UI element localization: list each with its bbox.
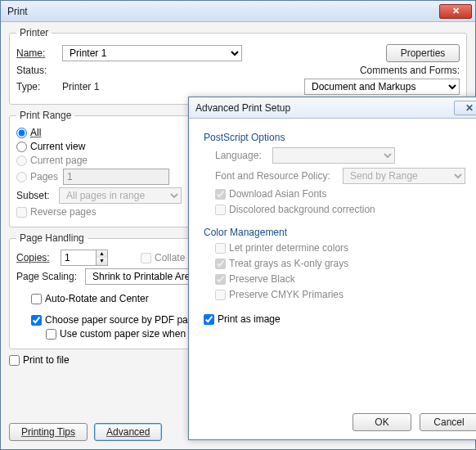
name-label: Name: [16, 47, 57, 59]
konly-checkbox: Treat grays as K-only grays [215, 258, 348, 269]
postscript-section: PostScript Options [204, 132, 475, 143]
type-label: Type: [16, 81, 57, 92]
print-titlebar: Print ✕ [1, 1, 475, 22]
radio-all[interactable]: All [16, 127, 41, 138]
printer-name-select[interactable]: Printer 1 [62, 45, 242, 61]
radio-current-page: Current page [16, 155, 88, 166]
advanced-print-setup-dialog: Advanced Print Setup ✕ PostScript Option… [188, 97, 476, 440]
preserve-cmyk-checkbox: Preserve CMYK Primaries [215, 289, 344, 300]
discolored-checkbox: Discolored background correction [215, 204, 375, 215]
subset-label: Subset: [16, 190, 54, 201]
properties-button[interactable]: Properties [386, 44, 460, 62]
radio-pages: Pages [16, 171, 58, 182]
let-printer-checkbox: Let printer determine colors [215, 242, 348, 254]
font-policy-select: Send by Range [343, 168, 465, 184]
handling-legend: Page Handling [16, 232, 88, 244]
printer-group: Printer Name: Printer 1 Properties Statu… [9, 27, 467, 105]
type-value: Printer 1 [62, 81, 209, 92]
subset-select: All pages in range [59, 187, 182, 204]
range-legend: Print Range [16, 110, 74, 121]
copies-spinner[interactable]: ▲▼ [61, 250, 108, 266]
print-as-image-checkbox[interactable]: Print as image [204, 313, 281, 325]
print-to-file-checkbox[interactable]: Print to file [9, 354, 70, 366]
print-range-group: Print Range All Current view Current pag… [9, 110, 191, 227]
printer-legend: Printer [16, 27, 52, 38]
chevron-up-icon[interactable]: ▲ [97, 250, 107, 258]
language-label: Language: [215, 150, 267, 161]
close-icon[interactable]: ✕ [439, 4, 472, 19]
radio-current-view[interactable]: Current view [16, 141, 85, 152]
ok-button[interactable]: OK [353, 413, 411, 431]
adv-titlebar: Advanced Print Setup ✕ [189, 97, 476, 119]
copies-label: Copies: [16, 252, 56, 263]
pages-input [63, 169, 169, 185]
collate-checkbox: Collate [141, 252, 185, 263]
comments-select[interactable]: Document and Markups [304, 79, 460, 95]
status-label: Status: [16, 65, 57, 76]
language-select [272, 147, 395, 164]
auto-rotate-checkbox[interactable]: Auto-Rotate and Center [31, 293, 149, 304]
download-asian-checkbox: Download Asian Fonts [215, 188, 326, 200]
reverse-pages-checkbox: Reverse pages [16, 206, 97, 218]
copies-input[interactable] [61, 250, 97, 266]
print-title: Print [7, 6, 439, 17]
color-mgmt-section: Color Management [204, 227, 475, 238]
adv-title: Advanced Print Setup [195, 102, 454, 114]
close-icon[interactable]: ✕ [454, 101, 476, 115]
cancel-button[interactable]: Cancel [420, 413, 476, 431]
printing-tips-button[interactable]: Printing Tips [9, 423, 88, 441]
preserve-black-checkbox: Preserve Black [215, 273, 295, 285]
comments-label: Comments and Forms: [360, 65, 460, 76]
chevron-down-icon[interactable]: ▼ [97, 258, 107, 265]
scaling-label: Page Scaling: [16, 271, 80, 282]
advanced-button[interactable]: Advanced [94, 423, 162, 441]
font-policy-label: Font and Resource Policy: [215, 170, 338, 182]
